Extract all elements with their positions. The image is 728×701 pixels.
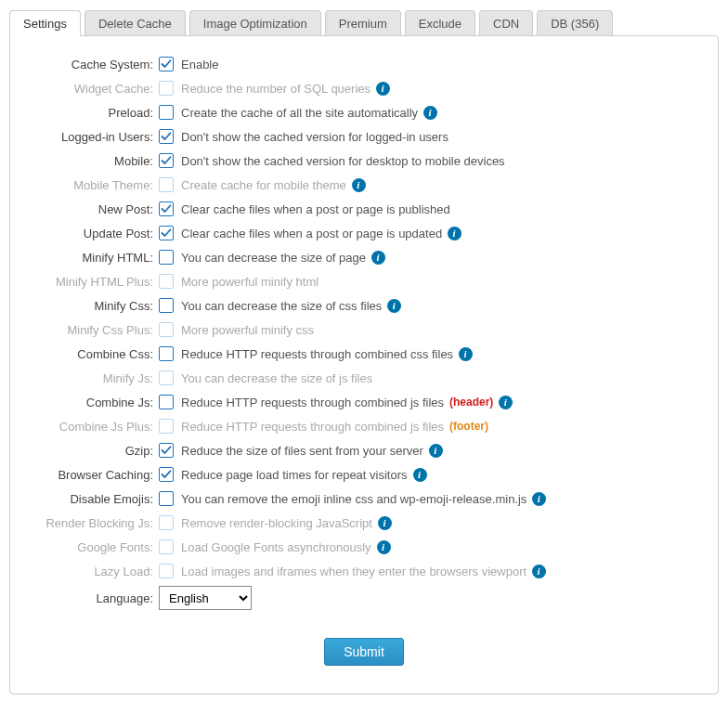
info-icon[interactable]: i: [378, 516, 392, 530]
label-minify-css: Minify Css:: [29, 299, 159, 313]
label-logged-in-users: Logged-in Users:: [29, 130, 159, 144]
tab-db-356-[interactable]: DB (356): [537, 10, 613, 36]
checkbox-mobile[interactable]: [159, 153, 174, 168]
tab-cdn[interactable]: CDN: [479, 10, 533, 36]
desc-minify-html-plus: More powerful minify html: [181, 275, 318, 289]
checkbox-mobile-theme[interactable]: [159, 177, 174, 192]
label-combine-js-plus: Combine Js Plus:: [29, 420, 159, 434]
desc-mobile: Don't show the cached version for deskto…: [181, 154, 505, 168]
desc-new-post: Clear cache files when a post or page is…: [181, 202, 450, 216]
setting-row: Minify HTML Plus:More powerful minify ht…: [29, 272, 699, 291]
label-new-post: New Post:: [29, 202, 159, 216]
checkbox-new-post[interactable]: [159, 201, 174, 216]
desc-disable-emojis: You can remove the emoji inline css and …: [181, 492, 546, 506]
tab-delete-cache[interactable]: Delete Cache: [84, 10, 186, 36]
desc-google-fonts: Load Google Fonts asynchronouslyi: [181, 540, 391, 554]
checkbox-browser-caching[interactable]: [159, 467, 174, 482]
label-cache-system: Cache System:: [29, 58, 159, 71]
info-icon[interactable]: i: [376, 82, 390, 96]
setting-row: Minify Js:You can decrease the size of j…: [29, 369, 699, 387]
label-minify-html: Minify HTML:: [29, 251, 159, 265]
desc-minify-css: You can decrease the size of css filesi: [181, 299, 401, 313]
tab-settings[interactable]: Settings: [9, 10, 81, 36]
info-icon[interactable]: i: [429, 444, 443, 458]
label-google-fonts: Google Fonts:: [29, 540, 159, 554]
label-minify-css-plus: Minify Css Plus:: [29, 323, 159, 337]
footer-tag: (footer): [449, 420, 488, 433]
setting-row: Minify Css Plus:More powerful minify css: [29, 320, 699, 339]
setting-row: Combine Css:Reduce HTTP requests through…: [29, 344, 699, 363]
checkbox-preload[interactable]: [159, 105, 174, 120]
info-icon[interactable]: i: [448, 227, 462, 240]
label-minify-html-plus: Minify HTML Plus:: [29, 275, 159, 289]
checkbox-logged-in-users[interactable]: [159, 129, 174, 144]
setting-row: Cache System:Enable: [29, 55, 699, 73]
checkbox-minify-css[interactable]: [159, 298, 174, 313]
desc-lazy-load: Load images and iframes when they enter …: [181, 565, 546, 578]
info-icon[interactable]: i: [423, 106, 437, 120]
label-update-post: Update Post:: [29, 227, 159, 240]
desc-minify-html: You can decrease the size of pagei: [181, 251, 385, 265]
info-icon[interactable]: i: [371, 251, 385, 265]
checkbox-gzip[interactable]: [159, 443, 174, 458]
label-combine-css: Combine Css:: [29, 347, 159, 361]
label-mobile: Mobile:: [29, 154, 159, 168]
info-icon[interactable]: i: [532, 492, 546, 506]
info-icon[interactable]: i: [499, 396, 513, 409]
setting-row: Logged-in Users:Don't show the cached ve…: [29, 127, 699, 146]
setting-row: New Post:Clear cache files when a post o…: [29, 200, 699, 218]
desc-combine-js-plus: Reduce HTTP requests through combined js…: [181, 420, 488, 434]
label-widget-cache: Widget Cache:: [29, 82, 159, 96]
checkbox-minify-html[interactable]: [159, 250, 174, 265]
desc-browser-caching: Reduce page load times for repeat visito…: [181, 468, 427, 482]
checkbox-disable-emojis[interactable]: [159, 491, 174, 506]
checkbox-combine-js-plus[interactable]: [159, 419, 174, 434]
setting-row: Lazy Load:Load images and iframes when t…: [29, 562, 699, 580]
label-preload: Preload:: [29, 106, 159, 120]
info-icon[interactable]: i: [352, 178, 366, 192]
info-icon[interactable]: i: [377, 540, 391, 554]
desc-render-blocking-js: Remove render-blocking JavaScripti: [181, 516, 392, 530]
tab-exclude[interactable]: Exclude: [405, 10, 475, 36]
info-icon[interactable]: i: [387, 299, 401, 313]
header-tag: (header): [449, 396, 493, 409]
info-icon[interactable]: i: [532, 565, 546, 578]
label-lazy-load: Lazy Load:: [29, 565, 159, 578]
tab-image-optimization[interactable]: Image Optimization: [189, 10, 321, 36]
checkbox-minify-html-plus[interactable]: [159, 274, 174, 289]
setting-row: Combine Js:Reduce HTTP requests through …: [29, 393, 699, 411]
desc-gzip: Reduce the size of files sent from your …: [181, 444, 443, 458]
label-render-blocking-js: Render Blocking Js:: [29, 516, 159, 530]
tab-premium[interactable]: Premium: [325, 10, 401, 36]
setting-row: Gzip:Reduce the size of files sent from …: [29, 441, 699, 460]
language-select[interactable]: English: [159, 586, 252, 610]
setting-row: Mobile:Don't show the cached version for…: [29, 151, 699, 170]
setting-row: Update Post:Clear cache files when a pos…: [29, 224, 699, 242]
checkbox-combine-js[interactable]: [159, 395, 174, 409]
desc-minify-css-plus: More powerful minify css: [181, 323, 314, 337]
checkbox-combine-css[interactable]: [159, 346, 174, 361]
tabs: SettingsDelete CacheImage OptimizationPr…: [9, 9, 719, 35]
setting-row: Browser Caching:Reduce page load times f…: [29, 465, 699, 484]
desc-widget-cache: Reduce the number of SQL queriesi: [181, 82, 390, 96]
label-mobile-theme: Mobile Theme:: [29, 178, 159, 192]
checkbox-widget-cache[interactable]: [159, 81, 174, 96]
checkbox-google-fonts[interactable]: [159, 539, 174, 554]
desc-combine-css: Reduce HTTP requests through combined cs…: [181, 347, 473, 361]
checkbox-lazy-load[interactable]: [159, 564, 174, 578]
language-label: Language:: [29, 591, 159, 605]
setting-row: Minify HTML:You can decrease the size of…: [29, 248, 699, 266]
checkbox-minify-css-plus[interactable]: [159, 322, 174, 337]
desc-cache-system: Enable: [181, 58, 218, 71]
checkbox-update-post[interactable]: [159, 226, 174, 240]
info-icon[interactable]: i: [413, 468, 427, 482]
desc-minify-js: You can decrease the size of js files: [181, 371, 372, 385]
setting-row: Combine Js Plus:Reduce HTTP requests thr…: [29, 417, 699, 435]
checkbox-cache-system[interactable]: [159, 57, 174, 71]
settings-panel: Cache System:EnableWidget Cache:Reduce t…: [9, 35, 719, 695]
submit-button[interactable]: Submit: [324, 638, 404, 666]
info-icon[interactable]: i: [459, 347, 473, 361]
checkbox-render-blocking-js[interactable]: [159, 515, 174, 530]
checkbox-minify-js[interactable]: [159, 370, 174, 385]
setting-row: Disable Emojis:You can remove the emoji …: [29, 489, 699, 508]
